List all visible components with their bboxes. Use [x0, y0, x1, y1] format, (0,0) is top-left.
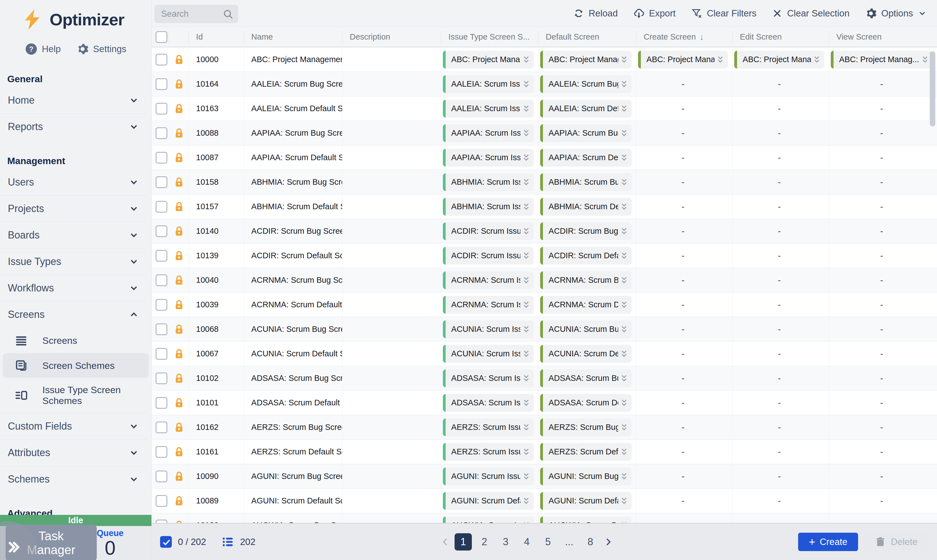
screen-select-dropdown[interactable]: AALEIA: Scrum Issu...	[443, 75, 534, 93]
column-header-view-screen[interactable]: View Screen	[829, 31, 937, 43]
screen-select-dropdown[interactable]: ACDIR: Scrum Issue...	[443, 247, 534, 265]
screen-select-dropdown[interactable]: ACUNIA: Scrum Iss...	[443, 345, 534, 363]
screen-select-dropdown[interactable]: AERZS: Scrum Issu...	[443, 418, 534, 436]
page-button-2[interactable]: 2	[476, 533, 493, 551]
screen-select-dropdown[interactable]: AERZS: Scrum Bug ...	[540, 418, 631, 436]
screen-select-dropdown[interactable]: ADSASA: Scrum De...	[540, 394, 631, 412]
reload-button[interactable]: Reload	[573, 8, 618, 19]
column-header-id[interactable]: Id	[188, 31, 244, 43]
screen-select-dropdown[interactable]: AALEIA: Scrum Def...	[540, 100, 631, 118]
table-row[interactable]: 10139 ACDIR: Scrum Default Scree. ACDIR:…	[152, 243, 937, 268]
screen-select-dropdown[interactable]: ACUNIA: Scrum Iss...	[443, 320, 534, 338]
sidebar-item-boards[interactable]: Boards	[0, 222, 151, 248]
screen-select-dropdown[interactable]: ABC: Project Manag...	[638, 51, 728, 69]
screen-select-dropdown[interactable]: ACDIR: Scrum Bug ...	[540, 222, 631, 240]
options-button[interactable]: Options	[865, 8, 927, 19]
screen-select-dropdown[interactable]: AALEIA: Scrum Issu...	[443, 100, 534, 118]
page-button-5[interactable]: 5	[539, 533, 557, 551]
row-checkbox[interactable]	[156, 201, 167, 212]
screen-select-dropdown[interactable]: AGUNI: Scrum Bug ...	[540, 468, 631, 485]
sidebar-item-attributes[interactable]: Attributes	[0, 440, 151, 466]
row-checkbox[interactable]	[156, 495, 167, 507]
row-checkbox[interactable]	[156, 348, 167, 360]
sidebar-item-reports[interactable]: Reports	[0, 114, 151, 140]
table-row[interactable]: 10162 AERZS: Scrum Bug Screen S AERZS: S…	[152, 415, 937, 440]
screen-select-dropdown[interactable]: AAPIAA: Scrum Def...	[540, 149, 631, 167]
table-row[interactable]: 10158 ABHMIA: Scrum Bug Screen ABHMIA: S…	[152, 170, 937, 194]
table-row[interactable]: 10040 ACRNMA: Scrum Bug Screen ACRNMA: S…	[152, 268, 937, 292]
selection-checkbox[interactable]	[160, 536, 172, 548]
row-checkbox[interactable]	[156, 152, 167, 163]
row-checkbox[interactable]	[156, 176, 167, 188]
table-row[interactable]: 10089 AGUNI: Scrum Default Scree AGUNI: …	[152, 489, 937, 513]
column-header-name[interactable]: Name	[244, 31, 342, 43]
screen-select-dropdown[interactable]: ACRNMA: Scrum Is...	[443, 271, 534, 289]
screen-select-dropdown[interactable]: ACDIR: Scrum Defa...	[540, 247, 631, 265]
screen-select-dropdown[interactable]: AAPIAA: Scrum Bug...	[540, 124, 631, 142]
column-header-description[interactable]: Description	[342, 31, 441, 43]
row-checkbox[interactable]	[156, 422, 167, 433]
row-checkbox[interactable]	[156, 397, 167, 409]
row-checkbox[interactable]	[156, 78, 167, 90]
screen-select-dropdown[interactable]: ABHMIA: Scrum De...	[540, 198, 631, 215]
screen-select-dropdown[interactable]: AGUNI: Scrum Defa...	[540, 492, 631, 510]
row-checkbox[interactable]	[156, 225, 167, 237]
table-row[interactable]: 10102 ADSASA: Scrum Bug Screen ADSASA: S…	[152, 366, 937, 391]
screen-select-dropdown[interactable]: ACUNIA: Scrum Def...	[540, 345, 631, 363]
table-row[interactable]: 10101 ADSASA: Scrum Default Scr. ADSASA:…	[152, 391, 937, 415]
row-checkbox[interactable]	[156, 372, 167, 384]
column-header-default-screen[interactable]: Default Screen	[538, 31, 636, 43]
table-row[interactable]: 10140 ACDIR: Scrum Bug Screen S. ACDIR: …	[152, 219, 937, 243]
sidebar-item-custom-fields[interactable]: Custom Fields	[0, 413, 151, 439]
table-row[interactable]: 10039 ACRNMA: Scrum Default Scr ACRNMA: …	[152, 292, 937, 317]
column-header-issue-type-screen-scheme[interactable]: Issue Type Screen S...	[441, 31, 538, 43]
help-button[interactable]: ? Help	[25, 43, 61, 55]
clear-filters-button[interactable]: Clear Filters	[691, 8, 756, 19]
screen-select-dropdown[interactable]: ABHMIA: Scrum Iss...	[443, 198, 534, 215]
sidebar-item-workflows[interactable]: Workflows	[0, 275, 151, 301]
sidebar-item-users[interactable]: Users	[0, 169, 151, 195]
vertical-scrollbar-thumb[interactable]	[930, 51, 935, 126]
screen-select-dropdown[interactable]: AUGWIA: Scrum I...	[443, 517, 534, 523]
table-row[interactable]: 10088 AAPIAA: Scrum Bug Screen . AAPIAA:…	[152, 121, 937, 145]
screen-select-dropdown[interactable]: ACRNMA: Scrum B...	[540, 271, 631, 289]
screen-select-dropdown[interactable]: ADSASA: Scrum Iss...	[443, 394, 534, 412]
table-row[interactable]: 10164 AALEIA: Scrum Bug Screen S AALEIA:…	[152, 72, 937, 96]
table-row[interactable]: 10090 AGUNI: Scrum Bug Screen S. AGUNI: …	[152, 464, 937, 489]
screen-select-dropdown[interactable]: AERZS: Scrum Defa...	[540, 443, 631, 461]
table-row[interactable]: 10000 ABC: Project Management S. ABC: Pr…	[152, 48, 937, 72]
screen-select-dropdown[interactable]: AAPIAA: Scrum Issu...	[443, 149, 534, 167]
sidebar-item-home[interactable]: Home	[0, 87, 151, 113]
table-row[interactable]: 10067 ACUNIA: Scrum Default Scre ACUNIA:…	[152, 342, 937, 366]
row-checkbox[interactable]	[156, 520, 167, 523]
row-checkbox[interactable]	[156, 103, 167, 114]
sidebar-subitem-issue-type-screen-schemes[interactable]: Issue Type Screen Schemes	[3, 378, 149, 412]
table-row[interactable]: 10068 ACUNIA: Scrum Bug Screen . ACUNIA:…	[152, 317, 937, 342]
row-checkbox[interactable]	[156, 274, 167, 286]
row-checkbox[interactable]	[156, 446, 167, 458]
page-button-4[interactable]: 4	[518, 533, 536, 551]
column-header-edit-screen[interactable]: Edit Screen	[732, 31, 829, 43]
screen-select-dropdown[interactable]: AUGWIA: Scrum B...	[540, 517, 631, 523]
screen-select-dropdown[interactable]: ADSASA: Scrum Bu...	[540, 369, 631, 387]
table-row[interactable]: 10163 AALEIA: Scrum Default Scre. AALEIA…	[152, 96, 937, 121]
screen-select-dropdown[interactable]: AERZS: Scrum Issu...	[443, 443, 534, 461]
table-row[interactable]: 10087 AAPIAA: Scrum Default Scre. AAPIAA…	[152, 145, 937, 170]
screen-select-dropdown[interactable]: AGUNI: Scrum Defa...	[443, 492, 534, 510]
create-button[interactable]: + Create	[798, 533, 858, 551]
screen-select-dropdown[interactable]: ABC: Project Manag...	[831, 51, 932, 69]
row-checkbox[interactable]	[156, 299, 167, 311]
previous-page-button[interactable]	[440, 537, 451, 547]
select-all-checkbox[interactable]	[156, 31, 167, 43]
screen-select-dropdown[interactable]: ABHMIA: Scrum Bu...	[540, 173, 631, 191]
screen-select-dropdown[interactable]: ABC: Project Manag...	[734, 51, 824, 69]
screen-select-dropdown[interactable]: ACRNMA: Scrum D...	[540, 296, 631, 314]
row-checkbox[interactable]	[156, 250, 167, 262]
clear-selection-button[interactable]: Clear Selection	[772, 8, 849, 18]
screen-select-dropdown[interactable]: ADSASA: Scrum Iss...	[443, 369, 534, 387]
screen-select-dropdown[interactable]: ACDIR: Scrum Issue...	[443, 222, 534, 240]
sidebar-subitem-screens[interactable]: Screens	[3, 328, 149, 353]
table-row[interactable]: 10157 ABHMIA: Scrum Default Scre ABHMIA:…	[152, 194, 937, 219]
screen-select-dropdown[interactable]: AGUNI: Scrum Issu...	[443, 468, 534, 485]
screen-select-dropdown[interactable]: ABC: Project Manag...	[443, 51, 534, 69]
